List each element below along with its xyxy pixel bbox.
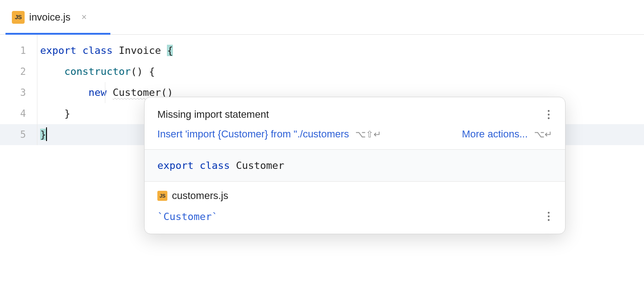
shortcut-label: ⌥⇧↵ — [355, 129, 381, 140]
quick-fix-popup: Missing import statement Insert 'import … — [144, 97, 566, 234]
tab-bar: JS invoice.js × — [0, 0, 644, 35]
js-file-icon: JS — [157, 191, 167, 201]
code-line[interactable]: export class Invoice { — [37, 40, 644, 61]
action-label: More actions... — [462, 128, 528, 140]
more-actions-link[interactable]: More actions... ⌥↵ — [462, 128, 552, 140]
popup-title: Missing import statement — [157, 109, 269, 121]
tab-invoice[interactable]: JS invoice.js × — [5, 0, 93, 34]
line-number: 1 — [0, 40, 37, 61]
line-number: 5 — [0, 124, 37, 145]
popup-header: Missing import statement — [145, 97, 565, 122]
popup-code-preview: export class Customer — [145, 150, 565, 182]
line-number: 2 — [0, 61, 37, 82]
line-number: 4 — [0, 103, 37, 124]
insert-import-action[interactable]: Insert 'import {Customer} from "./custom… — [157, 128, 381, 140]
code-line[interactable]: constructor() { — [37, 61, 644, 82]
text-caret — [46, 127, 47, 141]
js-file-icon: JS — [12, 11, 25, 24]
gutter: 1 2 3 4 5 — [0, 35, 37, 145]
shortcut-label: ⌥↵ — [534, 129, 552, 140]
close-icon[interactable]: × — [81, 12, 87, 22]
popup-file-row[interactable]: JS customers.js — [145, 182, 565, 206]
tab-filename: invoice.js — [29, 11, 70, 23]
action-label: Insert 'import {Customer} from "./custom… — [157, 128, 349, 140]
popup-reference-row: `Customer` — [145, 206, 565, 234]
popup-filename: customers.js — [172, 190, 228, 202]
popup-actions: Insert 'import {Customer} from "./custom… — [145, 122, 565, 150]
more-icon[interactable] — [545, 209, 552, 224]
popup-reference[interactable]: `Customer` — [157, 211, 218, 222]
more-icon[interactable] — [545, 107, 552, 122]
line-number: 3 — [0, 82, 37, 103]
